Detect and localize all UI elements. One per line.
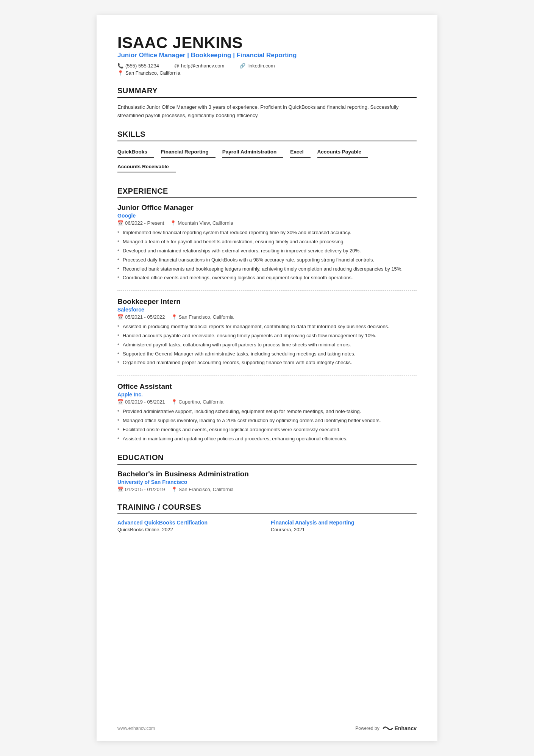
location-icon-3: 📍: [171, 399, 177, 405]
experience-section: EXPERIENCE Junior Office Manager Google …: [117, 187, 417, 443]
bullet-item: Organized and maintained proper accounti…: [117, 359, 417, 367]
job-1-date: 📅 06/2022 - Present: [117, 220, 164, 226]
skill-accounts-payable: Accounts Payable: [317, 147, 368, 158]
enhancv-icon: [383, 725, 393, 732]
location-value: San Francisco, California: [125, 70, 180, 76]
summary-section-title: SUMMARY: [117, 86, 417, 98]
bullet-item: Reconciled bank statements and bookkeepi…: [117, 265, 417, 273]
phone-value: (555) 555-1234: [125, 63, 159, 69]
job-divider-1: [117, 290, 417, 291]
edu-school: University of San Francisco: [117, 479, 417, 485]
resume-document: ISAAC JENKINS Junior Office Manager | Bo…: [97, 15, 437, 741]
job-1-bullets: Implemented new financial reporting syst…: [117, 229, 417, 282]
link-icon: 🔗: [239, 63, 245, 69]
education-section-title: EDUCATION: [117, 453, 417, 465]
bullet-item: Facilitated onsite meetings and events, …: [117, 426, 417, 434]
bullet-item: Managed a team of 5 for payroll and bene…: [117, 238, 417, 246]
job-3-meta: 📅 09/2019 - 05/2021 📍 Cupertino, Califor…: [117, 399, 417, 405]
calendar-icon-edu: 📅: [117, 487, 123, 492]
email-icon: @: [174, 63, 179, 69]
skills-section-title: SKILLS: [117, 130, 417, 141]
footer: www.enhancv.com Powered by Enhancv: [117, 725, 417, 732]
powered-by-text: Powered by: [355, 726, 379, 731]
location-icon-edu: 📍: [171, 487, 177, 492]
header-section: ISAAC JENKINS Junior Office Manager | Bo…: [117, 34, 417, 76]
training-2-sub: Coursera, 2021: [271, 527, 417, 532]
footer-website: www.enhancv.com: [117, 726, 155, 731]
training-section-title: TRAINING / COURSES: [117, 503, 417, 514]
bullet-item: Assisted in producing monthly financial …: [117, 323, 417, 331]
bullet-item: Assisted in maintaining and updating off…: [117, 435, 417, 443]
calendar-icon-3: 📅: [117, 399, 123, 405]
skills-container: QuickBooks Financial Reporting Payroll A…: [117, 147, 417, 176]
email-value: help@enhancv.com: [181, 63, 224, 69]
summary-section: SUMMARY Enthusiastic Junior Office Manag…: [117, 86, 417, 119]
summary-text: Enthusiastic Junior Office Manager with …: [117, 103, 417, 119]
job-2-company: Salesforce: [117, 307, 417, 313]
job-1: Junior Office Manager Google 📅 06/2022 -…: [117, 203, 417, 282]
bullet-item: Handled accounts payable and receivable,…: [117, 332, 417, 340]
contact-row-2: 📍 San Francisco, California: [117, 70, 417, 76]
location-icon-1: 📍: [170, 220, 176, 226]
edu-date: 📅 01/2015 - 01/2019: [117, 487, 165, 492]
training-section: TRAINING / COURSES Advanced QuickBooks C…: [117, 503, 417, 532]
bullet-item: Administered payroll tasks, collaboratin…: [117, 341, 417, 349]
job-3-bullets: Provided administrative support, includi…: [117, 408, 417, 443]
job-2-title: Bookkeeper Intern: [117, 297, 417, 306]
bullet-item: Provided administrative support, includi…: [117, 408, 417, 416]
job-1-title: Junior Office Manager: [117, 203, 417, 212]
candidate-name: ISAAC JENKINS: [117, 34, 417, 52]
skill-financial-reporting: Financial Reporting: [161, 147, 215, 158]
footer-right: Powered by Enhancv: [355, 725, 417, 732]
bullet-item: Supported the General Manager with admin…: [117, 350, 417, 358]
contact-row-1: 📞 (555) 555-1234 @ help@enhancv.com 🔗 li…: [117, 63, 417, 69]
skills-section: SKILLS QuickBooks Financial Reporting Pa…: [117, 130, 417, 176]
edu-degree: Bachelor's in Business Administration: [117, 470, 417, 478]
edu-location: 📍 San Francisco, California: [171, 487, 234, 492]
bullet-item: Coordinated office events and meetings, …: [117, 274, 417, 282]
job-2: Bookkeeper Intern Salesforce 📅 05/2021 -…: [117, 297, 417, 367]
job-2-date: 📅 05/2021 - 05/2022: [117, 314, 165, 320]
job-1-company: Google: [117, 213, 417, 219]
bullet-item: Processed daily financial transactions i…: [117, 256, 417, 264]
phone-icon: 📞: [117, 63, 123, 69]
training-grid: Advanced QuickBooks Certification QuickB…: [117, 520, 417, 532]
linkedin-value: linkedin.com: [247, 63, 275, 69]
location-contact: 📍 San Francisco, California: [117, 70, 180, 76]
job-3-company: Apple Inc.: [117, 391, 417, 398]
linkedin-contact: 🔗 linkedin.com: [239, 63, 275, 69]
location-icon-2: 📍: [171, 314, 177, 320]
training-item-2: Financial Analysis and Reporting Courser…: [271, 520, 417, 532]
training-1-sub: QuickBooks Online, 2022: [117, 527, 263, 532]
training-1-title: Advanced QuickBooks Certification: [117, 520, 263, 526]
edu-meta: 📅 01/2015 - 01/2019 📍 San Francisco, Cal…: [117, 487, 417, 492]
job-3-location: 📍 Cupertino, California: [171, 399, 224, 405]
experience-section-title: EXPERIENCE: [117, 187, 417, 198]
job-2-bullets: Assisted in producing monthly financial …: [117, 323, 417, 367]
calendar-icon-2: 📅: [117, 314, 123, 320]
enhancv-logo: Enhancv: [383, 725, 417, 732]
skill-quickbooks: QuickBooks: [117, 147, 154, 158]
bullet-item: Developed and maintained relationships w…: [117, 247, 417, 255]
skill-payroll: Payroll Administration: [222, 147, 284, 158]
job-3: Office Assistant Apple Inc. 📅 09/2019 - …: [117, 382, 417, 443]
training-2-title: Financial Analysis and Reporting: [271, 520, 417, 526]
bullet-item: Implemented new financial reporting syst…: [117, 229, 417, 237]
training-item-1: Advanced QuickBooks Certification QuickB…: [117, 520, 263, 532]
email-contact: @ help@enhancv.com: [174, 63, 224, 69]
enhancv-brand: Enhancv: [395, 725, 417, 731]
location-icon: 📍: [117, 70, 123, 76]
skill-accounts-receivable: Accounts Receivable: [117, 161, 176, 172]
candidate-title: Junior Office Manager | Bookkeeping | Fi…: [117, 52, 417, 59]
calendar-icon-1: 📅: [117, 220, 123, 226]
job-2-location: 📍 San Francisco, California: [171, 314, 234, 320]
job-1-meta: 📅 06/2022 - Present 📍 Mountain View, Cal…: [117, 220, 417, 226]
job-2-meta: 📅 05/2021 - 05/2022 📍 San Francisco, Cal…: [117, 314, 417, 320]
job-divider-2: [117, 375, 417, 376]
phone-contact: 📞 (555) 555-1234: [117, 63, 159, 69]
job-3-date: 📅 09/2019 - 05/2021: [117, 399, 165, 405]
education-section: EDUCATION Bachelor's in Business Adminis…: [117, 453, 417, 492]
bullet-item: Managed office supplies inventory, leadi…: [117, 417, 417, 425]
job-3-title: Office Assistant: [117, 382, 417, 391]
skill-excel: Excel: [290, 147, 310, 158]
